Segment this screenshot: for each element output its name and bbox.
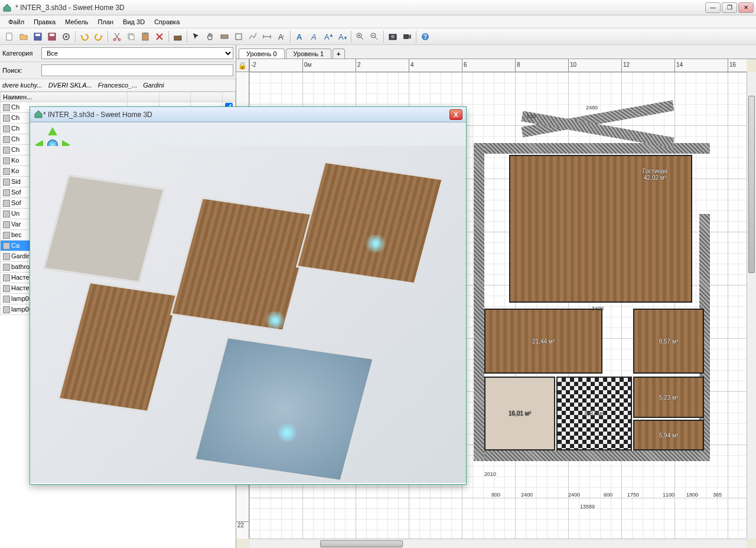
svg-point-6 bbox=[65, 35, 67, 38]
svg-text:▼: ▼ bbox=[343, 35, 347, 41]
toolbar: A+ A A A▲ A▼ ? bbox=[0, 28, 756, 45]
room-2[interactable]: 21,44 м² bbox=[484, 309, 602, 374]
chandelier-icon bbox=[260, 312, 290, 329]
svg-rect-0 bbox=[6, 33, 12, 40]
maximize-button[interactable]: ❐ bbox=[722, 2, 737, 13]
search-row: Поиск: bbox=[0, 62, 236, 79]
main-titlebar: * INTER_3.sh3d - Sweet Home 3D — ❐ ✕ bbox=[0, 0, 756, 15]
cut-button[interactable] bbox=[110, 30, 123, 43]
svg-rect-2 bbox=[35, 34, 40, 36]
level-tabs: Уровень 0 Уровень 1 + bbox=[236, 45, 756, 59]
svg-point-8 bbox=[118, 38, 120, 41]
ruler-corner[interactable]: 🔒 bbox=[236, 59, 249, 72]
menu-help[interactable]: Справка bbox=[149, 17, 184, 27]
tab-level-0[interactable]: Уровень 0 bbox=[239, 48, 285, 59]
preferences-button[interactable] bbox=[60, 30, 73, 43]
text-italic-button[interactable]: A bbox=[307, 30, 320, 43]
save-as-button[interactable] bbox=[45, 30, 58, 43]
wall-tool[interactable] bbox=[218, 30, 231, 43]
svg-rect-10 bbox=[129, 35, 134, 40]
select-tool[interactable] bbox=[190, 30, 203, 43]
chandelier-icon bbox=[272, 424, 302, 442]
room-4[interactable]: 5,23 м² bbox=[633, 377, 704, 418]
app-icon bbox=[34, 109, 43, 120]
help-button[interactable]: ? bbox=[419, 30, 432, 43]
svg-rect-14 bbox=[221, 35, 228, 38]
menu-file[interactable]: Файл bbox=[4, 17, 29, 27]
svg-rect-12 bbox=[144, 33, 147, 34]
video-button[interactable] bbox=[400, 30, 413, 43]
tab-add-level[interactable]: + bbox=[333, 48, 344, 59]
text-size-inc-button[interactable]: A▲ bbox=[321, 30, 334, 43]
svg-rect-13 bbox=[174, 36, 181, 40]
svg-text:?: ? bbox=[423, 34, 427, 40]
menu-plan[interactable]: План bbox=[93, 17, 119, 27]
new-file-button[interactable] bbox=[3, 30, 16, 43]
room-7[interactable]: 5,94 м² bbox=[633, 420, 704, 450]
redo-button[interactable] bbox=[92, 30, 105, 43]
minimize-button[interactable]: — bbox=[705, 2, 721, 13]
photo-button[interactable] bbox=[386, 30, 399, 43]
close-button[interactable]: ✕ bbox=[738, 2, 754, 13]
zoom-in-button[interactable] bbox=[354, 30, 367, 43]
ruler-horizontal: -2 0м 2 4 6 8 10 12 14 16 bbox=[249, 59, 747, 72]
svg-text:▲: ▲ bbox=[329, 33, 333, 38]
text-tool[interactable]: A+ bbox=[275, 30, 288, 43]
svg-rect-15 bbox=[236, 34, 242, 40]
room-5[interactable]: 16,01 м² bbox=[484, 377, 555, 450]
view3d-window[interactable]: * INTER_3.sh3d - Sweet Home 3D X bbox=[30, 106, 467, 485]
view3d-canvas[interactable] bbox=[30, 122, 466, 484]
window-controls: — ❐ ✕ bbox=[705, 2, 754, 13]
text-bold-button[interactable]: A bbox=[293, 30, 306, 43]
polyline-tool[interactable] bbox=[246, 30, 259, 43]
lock-icon: 🔒 bbox=[238, 61, 247, 70]
room-6[interactable]: 8,97 м² bbox=[556, 377, 632, 450]
room-gostinaya[interactable]: Гостиная 42,02 м² bbox=[509, 155, 692, 303]
save-button[interactable] bbox=[31, 30, 44, 43]
col-name[interactable]: Наимен... bbox=[1, 92, 128, 102]
pan-tool[interactable] bbox=[204, 30, 217, 43]
text-size-dec-button[interactable]: A▼ bbox=[335, 30, 348, 43]
svg-rect-4 bbox=[50, 34, 54, 36]
menu-furniture[interactable]: Мебель bbox=[60, 17, 93, 27]
main-title: * INTER_3.sh3d - Sweet Home 3D bbox=[15, 4, 705, 12]
view3d-close-button[interactable]: X bbox=[449, 109, 462, 120]
menu-bar: Файл Правка Мебель План Вид 3D Справка bbox=[0, 15, 756, 28]
nav-up[interactable] bbox=[48, 127, 57, 135]
svg-point-7 bbox=[113, 38, 116, 41]
tab-level-1[interactable]: Уровень 1 bbox=[286, 48, 332, 59]
chandelier-icon bbox=[361, 235, 390, 252]
zoom-out-button[interactable] bbox=[368, 30, 381, 43]
view3d-titlebar[interactable]: * INTER_3.sh3d - Sweet Home 3D X bbox=[30, 107, 466, 122]
category-row: Категория Все bbox=[0, 45, 236, 62]
svg-text:A: A bbox=[296, 33, 302, 41]
room-3[interactable]: 8,57 м² bbox=[633, 309, 704, 374]
svg-text:+: + bbox=[282, 34, 285, 39]
svg-text:A: A bbox=[311, 33, 317, 41]
copy-button[interactable] bbox=[125, 30, 138, 43]
category-select[interactable]: Все bbox=[41, 47, 233, 59]
paste-button[interactable] bbox=[139, 30, 152, 43]
app-icon bbox=[2, 3, 12, 12]
scrollbar-horizontal[interactable] bbox=[249, 539, 747, 548]
catalog-thumbnails: dvere kuchy... DVERI SKLA... Francesco_.… bbox=[0, 79, 236, 92]
add-furniture-button[interactable] bbox=[171, 30, 184, 43]
scrollbar-vertical[interactable] bbox=[747, 72, 756, 539]
undo-button[interactable] bbox=[78, 30, 91, 43]
delete-button[interactable] bbox=[153, 30, 166, 43]
open-file-button[interactable] bbox=[17, 30, 30, 43]
search-input[interactable] bbox=[41, 64, 233, 76]
room-tool[interactable] bbox=[232, 30, 245, 43]
menu-view3d[interactable]: Вид 3D bbox=[118, 17, 149, 27]
svg-rect-28 bbox=[403, 34, 409, 39]
menu-edit[interactable]: Правка bbox=[29, 17, 60, 27]
dimension-tool[interactable] bbox=[260, 30, 273, 43]
view3d-title: * INTER_3.sh3d - Sweet Home 3D bbox=[43, 111, 449, 119]
category-label: Категория bbox=[2, 50, 39, 57]
svg-point-27 bbox=[391, 35, 395, 38]
search-label: Поиск: bbox=[2, 67, 39, 74]
